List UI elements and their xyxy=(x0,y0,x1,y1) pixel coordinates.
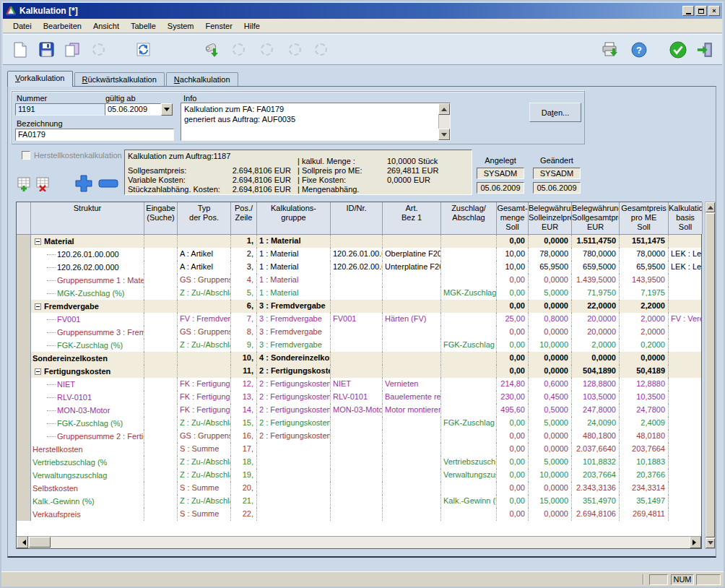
column-header-typ[interactable]: Typder Pos. xyxy=(178,202,231,234)
table-row[interactable]: FV001FV : Fremdvergabe7,3 : Fremdvergabe… xyxy=(17,313,701,326)
cell-struktur: Verwaltungszuschlag xyxy=(31,469,144,482)
delete-table-row-button[interactable] xyxy=(36,177,51,193)
info-scrollbar[interactable] xyxy=(438,103,450,140)
column-header-gesamt[interactable]: BelegwährungSollgesamtpreisEUR xyxy=(572,202,620,234)
column-header-einzel[interactable]: BelegwährungSolleinzelpreisEUR xyxy=(529,202,572,234)
menu-item-datei[interactable]: Datei xyxy=(7,20,38,32)
copy-button[interactable] xyxy=(64,41,81,59)
scroll-track[interactable] xyxy=(51,537,690,548)
table-row[interactable]: Sondereinzelkosten10,4 : Sondereinzelkos… xyxy=(17,352,701,365)
bezeichnung-field[interactable]: FA0179 xyxy=(15,129,174,141)
struktur-label: Vertriebszuschlag (% xyxy=(32,457,107,469)
info-textarea[interactable]: Kalkulation zum FA: FA0179 generiert aus… xyxy=(181,103,451,141)
table-row[interactable]: Fremdvergabe6,3 : Fremdvergabe0,000,0000… xyxy=(17,300,701,313)
column-header-menge[interactable]: Gesamt-mengeSoll xyxy=(497,202,529,234)
cell-struktur: Gruppensumme 2 : Fertigungskosten xyxy=(31,430,144,443)
table-row[interactable]: Kalk.-Gewinn (%)Z : Zu-/Abschlag21,Kalk.… xyxy=(17,495,701,508)
table-row[interactable]: Gruppensumme 1 : MaterialGS : Gruppensum… xyxy=(17,274,701,287)
table-row[interactable]: MGK-Zuschlag (%)Z : Zu-/Abschlag5,1 : Ma… xyxy=(17,287,701,300)
table-row[interactable]: MON-03-MotorFK : Fertigungsko14,2 : Fert… xyxy=(17,404,701,417)
column-header-sel[interactable] xyxy=(17,202,31,234)
cell-artbez: Oberplatine F20 xyxy=(383,248,441,261)
menu-item-ansicht[interactable]: Ansicht xyxy=(87,20,125,32)
checkbox-icon xyxy=(22,151,30,160)
maximize-button[interactable] xyxy=(695,6,707,16)
column-header-gruppe[interactable]: Kalkulations-gruppe xyxy=(257,202,331,234)
remove-position-button[interactable] xyxy=(98,179,118,190)
cell-artbez xyxy=(383,300,441,313)
column-header-prome[interactable]: Gesamtpreispro MESoll xyxy=(620,202,669,234)
gueltig-ab-dropdown-button[interactable] xyxy=(161,103,173,116)
collapse-icon[interactable] xyxy=(35,303,41,310)
menu-item-hilfe[interactable]: Hilfe xyxy=(238,20,266,32)
column-header-zuschlag[interactable]: Zuschlag/Abschlag xyxy=(441,202,497,234)
exit-button[interactable] xyxy=(696,41,713,59)
cell-struktur: Material xyxy=(31,235,144,248)
daten-button[interactable]: Daten... xyxy=(529,103,581,122)
column-header-struktur[interactable]: Struktur xyxy=(31,202,144,234)
scroll-up-button[interactable] xyxy=(438,103,450,115)
cell-eingabe xyxy=(144,339,178,352)
table-row[interactable]: VerkaufspreisS : Summe22,0,000,00002.694… xyxy=(17,508,701,521)
scroll-up-button[interactable] xyxy=(706,202,715,212)
vertical-scrollbar[interactable] xyxy=(705,202,716,549)
table-row[interactable]: VerwaltungszuschlagZ : Zu-/Abschlag19,Ve… xyxy=(17,469,701,482)
print-button[interactable] xyxy=(602,41,619,59)
menu-item-tabelle[interactable]: Tabelle xyxy=(125,20,162,32)
table-row[interactable]: 120.26.01.00.000A : Artikel2,1 : Materia… xyxy=(17,248,701,261)
confirm-button[interactable] xyxy=(669,41,687,59)
tab-vorkalkulation[interactable]: Vorkalkulation xyxy=(7,71,73,87)
cell-gruppe: 3 : Fremdvergabe xyxy=(257,313,331,326)
cell-gruppe: 1 : Material xyxy=(257,248,331,261)
help-button[interactable]: ? xyxy=(630,41,648,59)
column-header-pos[interactable]: Pos./Zeile xyxy=(231,202,257,234)
close-button[interactable]: × xyxy=(708,6,720,16)
collapse-icon[interactable] xyxy=(35,368,41,375)
column-header-eingabe[interactable]: Eingabe(Suche) xyxy=(144,202,178,234)
column-header-basis[interactable]: KalkulatiobasisSoll xyxy=(669,202,703,234)
cell-id xyxy=(331,287,383,300)
summary-left-column: Kalkulation zum Auftrag:1187 Sollgesamtp… xyxy=(128,152,298,193)
table-row[interactable]: NIETFK : Fertigungsko12,2 : Fertigungsko… xyxy=(17,378,701,391)
cell-struktur: NIET xyxy=(31,378,144,391)
table-row[interactable]: Vertriebszuschlag (%Z : Zu-/Abschlag18,V… xyxy=(17,456,701,469)
refresh-button[interactable] xyxy=(134,41,152,59)
table-row[interactable]: FGK-Zuschlag (%)Z : Zu-/Abschlag15,2 : F… xyxy=(17,417,701,430)
scroll-right-button[interactable] xyxy=(690,537,701,548)
add-position-button[interactable] xyxy=(74,173,94,195)
menu-item-fenster[interactable]: Fenster xyxy=(200,20,238,32)
cell-menge: 0,00 xyxy=(497,352,529,365)
table-row[interactable]: Fertigungskosten11,2 : Fertigungskosten0… xyxy=(17,365,701,378)
table-row[interactable]: SelbstkostenS : Summe20,0,000,00002.343,… xyxy=(17,482,701,495)
cell-pos: 4, xyxy=(231,274,257,287)
table-row[interactable]: RLV-0101FK : Fertigungsko13,2 : Fertigun… xyxy=(17,391,701,404)
database-login-button[interactable] xyxy=(204,41,221,59)
collapse-icon[interactable] xyxy=(35,238,41,245)
menu-item-system[interactable]: System xyxy=(162,20,200,32)
struktur-label: FV001 xyxy=(57,314,80,326)
herstellkosten-checkbox[interactable]: Herstellkostenkalkulation xyxy=(22,151,122,160)
table-row[interactable]: Gruppensumme 3 : FremdvergabeGS : Gruppe… xyxy=(17,326,701,339)
new-document-button[interactable] xyxy=(12,41,29,59)
table-row[interactable]: 120.26.02.00.000A : Artikel3,1 : Materia… xyxy=(17,261,701,274)
add-table-row-button[interactable] xyxy=(17,177,32,193)
save-button[interactable] xyxy=(38,41,55,59)
table-row[interactable]: HerstellkostenS : Summe17,0,000,00002.03… xyxy=(17,443,701,456)
horizontal-scrollbar[interactable] xyxy=(17,536,701,548)
scroll-down-button[interactable] xyxy=(706,538,715,548)
tab-nachkalkulation[interactable]: Nachkalkulation xyxy=(166,72,238,87)
horizontal-scroll-thumb[interactable] xyxy=(29,537,51,548)
table-row[interactable]: Material1,1 : Material0,000,00001.511,47… xyxy=(17,235,701,248)
vertical-scroll-thumb[interactable] xyxy=(706,213,715,537)
table-row[interactable]: Gruppensumme 2 : FertigungskostenGS : Gr… xyxy=(17,430,701,443)
minimize-button[interactable] xyxy=(682,6,694,16)
table-row[interactable]: FGK-Zuschlag (%)Z : Zu-/Abschlag9,3 : Fr… xyxy=(17,339,701,352)
gueltig-ab-field[interactable]: 05.06.2009 xyxy=(105,103,161,116)
column-header-artbez[interactable]: Art.Bez 1 xyxy=(383,202,441,234)
scroll-down-button[interactable] xyxy=(438,129,450,140)
tab-rückwärtskalkulation[interactable]: Rückwärtskalkulation xyxy=(74,72,165,87)
column-header-id[interactable]: ID/Nr. xyxy=(331,202,383,234)
menu-item-bearbeiten[interactable]: Bearbeiten xyxy=(38,20,87,32)
scroll-left-button[interactable] xyxy=(17,537,28,548)
cell-typ: S : Summe xyxy=(178,508,231,521)
